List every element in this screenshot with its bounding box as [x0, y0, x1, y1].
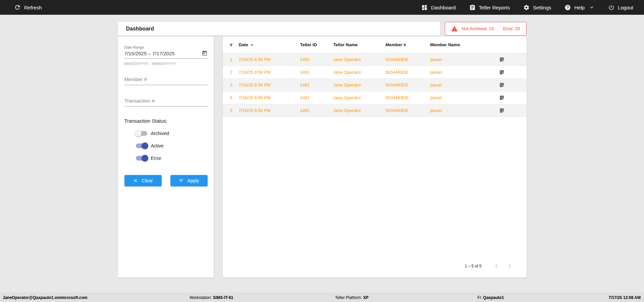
- cell-date: 7/16/25 8:56 PM: [239, 70, 300, 75]
- cell-member-name: pavan: [430, 70, 499, 75]
- active-switch[interactable]: [136, 143, 147, 148]
- nav-help[interactable]: Help: [565, 4, 595, 11]
- column-date[interactable]: Date: [239, 42, 300, 48]
- cell-row-number: 2: [230, 70, 239, 75]
- table-header-row: # Date Teller ID Teller Name Member # Me…: [223, 37, 527, 53]
- table-row[interactable]: 5 7/16/25 8:56 PM 1491 Jane Operator 503…: [223, 104, 527, 117]
- cell-date: 7/16/25 8:56 PM: [239, 82, 300, 87]
- footer-teller-platform: Teller Platform: XP: [335, 295, 368, 300]
- date-range-label: Date Range: [124, 45, 208, 49]
- footer-timestamp: 7/17/25 12:08 AM: [608, 295, 641, 300]
- note-icon[interactable]: [499, 69, 505, 75]
- date-range-input[interactable]: [124, 51, 202, 56]
- footer-user: JaneOperator@Qaxpauto1.onmicrosoft.com: [3, 295, 87, 300]
- clear-button[interactable]: Clear: [124, 175, 162, 186]
- transaction-status-label: Transaction Status:: [124, 118, 208, 124]
- main-content: Dashboard Not Archived: 23 Error: 20 Dat…: [118, 15, 527, 293]
- column-teller-id: Teller ID: [300, 42, 333, 47]
- cell-teller-id: 1491: [300, 57, 333, 62]
- column-date-label: Date: [239, 42, 248, 47]
- cell-teller-name: Jane Operator: [333, 108, 386, 113]
- cell-teller-name: Jane Operator: [333, 70, 386, 75]
- switch-thumb: [142, 155, 148, 162]
- footer-platform-label: Teller Platform:: [335, 295, 362, 300]
- cell-row-number: 5: [230, 108, 239, 113]
- cell-member-name: pavan: [430, 108, 499, 113]
- pagination: 1 – 5 of 5: [223, 259, 527, 273]
- column-member-name: Member Name: [430, 42, 499, 47]
- cell-row-number: 3: [230, 82, 239, 87]
- footer-fi-value: Qaxpauto1: [483, 295, 504, 300]
- toggle-error[interactable]: Error: [136, 156, 208, 161]
- note-icon[interactable]: [499, 108, 505, 113]
- next-page-button[interactable]: [503, 259, 517, 273]
- previous-page-button[interactable]: [490, 259, 503, 273]
- alert-not-archived-count: Not Archived: 23: [462, 26, 494, 31]
- cell-member-name: pavan: [430, 82, 499, 87]
- status-bar: JaneOperator@Qaxpauto1.onmicrosoft.com W…: [0, 293, 644, 302]
- cell-date: 7/16/25 8:56 PM: [239, 108, 300, 113]
- column-member-num: Member #: [386, 42, 430, 47]
- pagination-range: 1 – 5 of 5: [465, 264, 481, 268]
- nav-teller-reports[interactable]: Teller Reports: [469, 4, 510, 11]
- cell-member-name: pavan: [430, 57, 499, 62]
- toggle-archived[interactable]: Archived: [136, 131, 208, 136]
- archived-switch[interactable]: [136, 131, 147, 136]
- table-row[interactable]: 3 7/16/25 8:56 PM 1491 Jane Operator 503…: [223, 79, 527, 92]
- toggle-active[interactable]: Active: [136, 143, 208, 148]
- refresh-icon: [14, 4, 21, 11]
- transaction-number-input[interactable]: [124, 98, 208, 107]
- cell-teller-id: 1491: [300, 108, 333, 113]
- date-range-row: [124, 49, 208, 59]
- table-row[interactable]: 2 7/16/25 8:56 PM 1491 Jane Operator 503…: [223, 66, 527, 79]
- nav-logout-label: Logout: [618, 5, 633, 10]
- content-row: Date Range MM/DD/YYYY - MM/DD/YYYY Trans…: [118, 37, 527, 278]
- reports-icon: [469, 4, 476, 11]
- member-number-input[interactable]: [124, 76, 208, 85]
- cell-teller-name: Jane Operator: [333, 57, 386, 62]
- footer-fi-label: FI:: [477, 295, 482, 300]
- cell-member-num: 5034463DE: [386, 82, 430, 87]
- note-icon[interactable]: [499, 57, 505, 62]
- refresh-label: Refresh: [24, 5, 42, 10]
- cell-member-num: 5034463DE: [386, 70, 430, 75]
- nav-teller-reports-label: Teller Reports: [479, 5, 510, 10]
- table-row[interactable]: 4 7/16/25 8:56 PM 1491 Jane Operator 503…: [223, 92, 527, 104]
- toggle-archived-label: Archived: [151, 131, 169, 136]
- footer-platform-value: XP: [363, 295, 368, 300]
- nav-settings-label: Settings: [533, 5, 551, 10]
- note-icon[interactable]: [499, 95, 505, 101]
- nav-settings[interactable]: Settings: [523, 4, 551, 11]
- topbar: Refresh Dashboard Teller Reports Setting…: [0, 0, 644, 15]
- apply-button-label: Apply: [187, 178, 199, 183]
- clear-x-icon: [133, 178, 138, 183]
- switch-thumb: [142, 142, 148, 149]
- alert-error-count: Error: 20: [503, 26, 520, 31]
- cell-teller-name: Jane Operator: [333, 82, 386, 87]
- table-row[interactable]: 1 7/16/25 8:56 PM 1491 Jane Operator 503…: [223, 53, 527, 66]
- sort-desc-icon: [249, 42, 255, 48]
- note-icon[interactable]: [499, 82, 505, 88]
- page-title: Dashboard: [126, 26, 154, 32]
- alert-badge[interactable]: Not Archived: 23 Error: 20: [445, 22, 527, 36]
- footer-workstation: Workstation: SIMS-IT-61: [190, 295, 233, 300]
- filter-buttons: Clear Apply: [124, 175, 208, 186]
- error-switch[interactable]: [136, 156, 147, 161]
- cell-date: 7/16/25 8:56 PM: [239, 95, 300, 100]
- nav-logout[interactable]: Logout: [608, 4, 633, 11]
- power-icon: [608, 4, 614, 11]
- cell-teller-name: Jane Operator: [333, 95, 386, 100]
- help-icon: [565, 4, 571, 11]
- filter-panel: Date Range MM/DD/YYYY - MM/DD/YYYY Trans…: [118, 37, 214, 278]
- refresh-button[interactable]: Refresh: [14, 4, 42, 11]
- column-num: #: [230, 42, 239, 47]
- toggle-error-label: Error: [151, 156, 161, 161]
- nav-dashboard-label: Dashboard: [431, 5, 455, 10]
- calendar-icon[interactable]: [202, 50, 208, 56]
- filter-icon: [178, 178, 184, 183]
- apply-button[interactable]: Apply: [170, 175, 208, 186]
- chevron-down-icon: [589, 4, 595, 10]
- nav-dashboard[interactable]: Dashboard: [421, 4, 455, 11]
- cell-row-number: 1: [230, 57, 239, 62]
- nav-help-label: Help: [574, 5, 585, 10]
